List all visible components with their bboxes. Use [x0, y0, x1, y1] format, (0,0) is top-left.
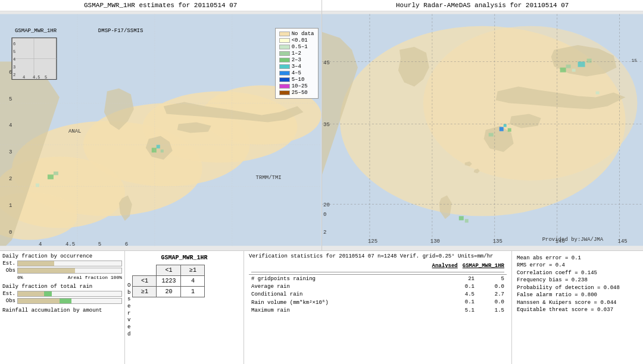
cell-ge1-ge1: 1 [181, 287, 205, 297]
svg-text:3: 3 [9, 149, 12, 155]
svg-rect-11 [54, 171, 58, 175]
stat-line: Hanssen & Kuipers score = 0.044 [517, 300, 638, 306]
stat-row-gsmap: 2.7 [477, 290, 507, 298]
right-map-panel: Hourly Radar-AMeDAS analysis for 2011051… [322, 0, 644, 250]
table-row: Maximum rain 5.1 1.5 [249, 306, 507, 314]
svg-text:5: 5 [98, 241, 101, 247]
est-rain-bar [18, 291, 44, 296]
obs-rain-label: Obs [2, 298, 15, 304]
contingency-area: GSMAP_MWR_1HR Observed <1 ≥1 <1 1223 4 [125, 251, 244, 364]
right-map-title: Hourly Radar-AMeDAS analysis for 2011051… [322, 0, 644, 11]
legend-23-label: 2–3 [292, 57, 301, 63]
legend-510-color [279, 77, 290, 82]
stat-row-analysed: 0.1 [447, 283, 477, 290]
svg-rect-49 [499, 127, 503, 131]
svg-text:4: 4 [23, 75, 25, 80]
svg-rect-52 [488, 133, 493, 136]
est-rain-label: Est. [2, 291, 15, 297]
est-bar [18, 261, 54, 266]
obs-rain-bar [18, 299, 60, 303]
svg-text:4.5: 4.5 [33, 75, 40, 80]
stat-line: Frequency bias = 0.238 [517, 277, 638, 283]
axis-0pct: 0% [17, 275, 23, 280]
svg-text:145: 145 [617, 239, 627, 244]
bar-axis: 0% Areal fraction 100% [2, 275, 122, 280]
legend-nodata-color [279, 32, 290, 36]
contingency-table: <1 ≥1 <1 1223 4 ≥1 20 1 [132, 265, 205, 297]
left-map-title: GSMAP_MWR_1HR estimates for 20110514 07 [0, 0, 322, 11]
row-header-ge1: ≥1 [133, 287, 157, 297]
stat-row-gsmap: 5 [477, 275, 507, 283]
svg-text:125: 125 [367, 239, 377, 244]
svg-rect-10 [48, 174, 54, 179]
stat-line: False alarm ratio = 0.800 [517, 292, 638, 298]
svg-text:1: 1 [9, 203, 12, 209]
table-row: Conditional rain 4.5 2.7 [249, 290, 507, 298]
table-row: Rain volume (mm*km²×10⁶) 0.1 0.0 [249, 298, 507, 306]
stat-row-gsmap: 0.0 [477, 283, 507, 290]
est-rain-bar-container [17, 291, 122, 297]
svg-text:5: 5 [45, 75, 47, 80]
obs-rain-bar-green [60, 299, 72, 303]
obs-rain-bar-container [17, 298, 122, 304]
svg-text:45: 45 [323, 60, 329, 66]
legend-1025-label: 10–25 [292, 83, 308, 89]
legend-45-color [279, 71, 290, 76]
svg-text:130: 130 [430, 239, 439, 244]
verification-stats-area: Verification statistics for 20110514 07 … [244, 251, 512, 364]
svg-rect-58 [595, 92, 599, 95]
obs-label: Obs [2, 268, 15, 274]
stat-row-analysed: 5.1 [447, 306, 477, 314]
stat-line: Correlation coeff = 0.145 [517, 270, 638, 276]
fraction-occurrence-title: Daily fraction by occurrence [2, 253, 122, 259]
svg-text:4: 4 [13, 57, 15, 62]
right-map-svg: 45 35 20 125 130 135 140 145 15 Provided… [322, 11, 644, 249]
verification-title: Verification statistics for 20110514 07 … [249, 253, 507, 259]
stats-table: Analysed GSMAP_MWR_1HR [249, 262, 507, 275]
stat-line: Mean abs error = 0.1 [517, 255, 638, 261]
table-row: # gridpoints raining 21 5 [249, 275, 507, 283]
legend-001-color [279, 38, 290, 43]
est-rain-bar-green [44, 291, 52, 296]
legend-12-color [279, 51, 290, 56]
svg-text:ANAL: ANAL [68, 128, 82, 134]
est-bar-container [17, 261, 122, 266]
stat-row-analysed: 4.5 [447, 290, 477, 298]
svg-text:2: 2 [323, 230, 326, 236]
svg-text:2: 2 [13, 73, 15, 77]
svg-text:4: 4 [9, 123, 12, 129]
stat-line: Equitable threat score = 0.037 [517, 307, 638, 313]
svg-text:135: 135 [492, 239, 502, 244]
svg-text:20: 20 [323, 202, 329, 208]
cell-lt1-ge1: 4 [181, 276, 205, 287]
est-label: Est. [2, 261, 15, 266]
obs-bar-container [17, 268, 122, 274]
svg-rect-7 [152, 148, 157, 152]
svg-rect-60 [464, 219, 468, 222]
legend-34-label: 3–4 [292, 64, 301, 70]
svg-rect-55 [572, 69, 575, 72]
observed-axis-label: Observed [127, 283, 130, 338]
cell-ge1-lt1: 20 [157, 287, 181, 297]
legend-12-label: 1–2 [292, 51, 301, 57]
col-header-analysed: Analysed [430, 262, 460, 269]
svg-text:Provided by:JWA/JMA: Provided by:JWA/JMA [542, 237, 603, 243]
svg-text:DMSP-F17/SSMIS: DMSP-F17/SSMIS [98, 28, 143, 34]
left-map-svg: 6 5 4 3 2 1 0 4 4.5 5 6 GSMAP_MWR_1HR DM… [0, 11, 322, 249]
svg-rect-54 [566, 65, 570, 68]
svg-text:4.5: 4.5 [65, 241, 75, 247]
right-stats-area: Mean abs error = 0.1RMS error = 0.4Corre… [512, 251, 643, 364]
legend-05-color [279, 45, 290, 49]
svg-rect-56 [578, 62, 585, 67]
legend-45-label: 4–5 [292, 70, 301, 76]
left-map-panel: GSMAP_MWR_1HR estimates for 20110514 07 [0, 0, 322, 250]
svg-text:6: 6 [13, 42, 15, 46]
charts-area: Daily fraction by occurrence Est. Obs 0%… [0, 251, 125, 364]
stat-row-label: Conditional rain [249, 290, 447, 298]
col-header-gsmap: GSMAP_MWR_1HR [460, 262, 507, 269]
fraction-rain-title: Daily fraction of total rain [2, 284, 122, 290]
stat-row-analysed: 0.1 [447, 298, 477, 306]
svg-text:TRMM/TMI: TRMM/TMI [256, 175, 282, 181]
legend-1025-color [279, 84, 290, 89]
svg-text:35: 35 [323, 123, 329, 128]
